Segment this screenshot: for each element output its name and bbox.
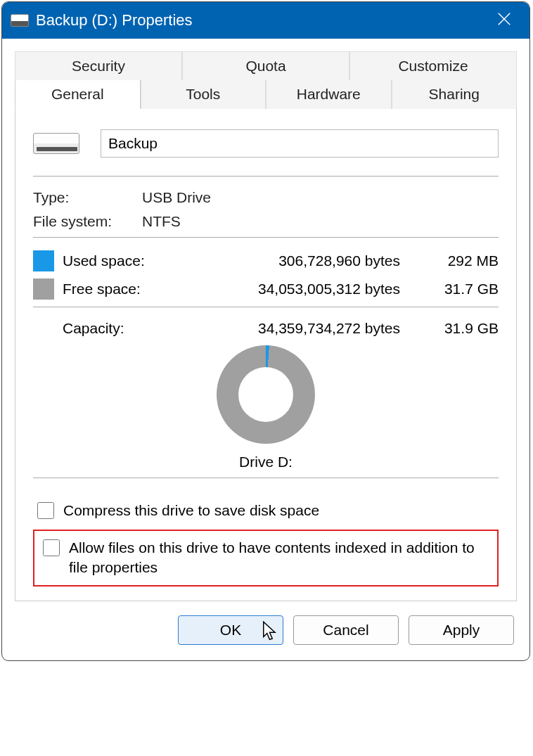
capacity-bytes: 34,359,734,272 bytes: [182, 320, 428, 337]
window-title: Backup (D:) Properties: [36, 11, 487, 30]
separator: [33, 478, 499, 478]
titlebar: Backup (D:) Properties: [2, 2, 529, 39]
used-space-human: 292 MB: [428, 252, 499, 269]
used-space-label: Used space:: [63, 252, 182, 269]
used-space-bytes: 306,728,960 bytes: [182, 252, 428, 269]
separator: [33, 237, 499, 238]
index-checkbox[interactable]: [43, 539, 60, 556]
tabs-row-2: General Tools Hardware Sharing: [15, 80, 517, 109]
drive-name-input[interactable]: [101, 129, 499, 158]
type-row: Type: USB Drive: [33, 189, 499, 206]
separator: [33, 307, 499, 307]
drive-mini-icon: [11, 14, 29, 27]
drive-letter-label: Drive D:: [239, 454, 293, 470]
capacity-label: Capacity:: [33, 320, 182, 337]
dialog-buttons: OK Cancel Apply: [2, 601, 529, 660]
free-swatch-icon: [33, 278, 54, 300]
close-icon: [496, 11, 512, 27]
filesystem-label: File system:: [33, 213, 142, 230]
capacity-row: Capacity: 34,359,734,272 bytes 31.9 GB: [33, 320, 499, 337]
highlighted-option: Allow files on this drive to have conten…: [33, 530, 499, 587]
used-space-row: Used space: 306,728,960 bytes 292 MB: [33, 250, 499, 271]
checkbox-group: Compress this drive to save disk space A…: [33, 498, 499, 587]
space-rows: Used space: 306,728,960 bytes 292 MB Fre…: [33, 250, 499, 300]
tabs-row-1: Security Quota Customize: [15, 51, 517, 80]
usage-chart-wrap: Drive D:: [33, 345, 499, 470]
close-button[interactable]: [487, 11, 521, 30]
index-check-row[interactable]: Allow files on this drive to have conten…: [39, 535, 493, 581]
drive-icon: [33, 133, 79, 154]
tab-general[interactable]: General: [15, 80, 141, 109]
filesystem-row: File system: NTFS: [33, 213, 499, 230]
compress-label: Compress this drive to save disk space: [63, 501, 497, 520]
compress-check-row[interactable]: Compress this drive to save disk space: [33, 498, 499, 524]
free-space-label: Free space:: [63, 281, 182, 297]
tab-customize[interactable]: Customize: [349, 51, 517, 80]
free-space-bytes: 34,053,005,312 bytes: [182, 281, 428, 297]
free-space-human: 31.7 GB: [428, 281, 499, 297]
tab-tools[interactable]: Tools: [141, 80, 266, 109]
used-swatch-icon: [33, 250, 54, 271]
tab-hardware[interactable]: Hardware: [266, 80, 392, 109]
tab-security[interactable]: Security: [15, 51, 182, 80]
free-space-row: Free space: 34,053,005,312 bytes 31.7 GB: [33, 278, 499, 300]
type-label: Type:: [33, 189, 142, 206]
tab-sharing[interactable]: Sharing: [392, 80, 518, 109]
cancel-button[interactable]: Cancel: [293, 615, 399, 645]
drive-name-row: [33, 129, 499, 158]
index-label: Allow files on this drive to have conten…: [69, 538, 492, 578]
compress-checkbox[interactable]: [37, 502, 54, 519]
apply-button[interactable]: Apply: [409, 615, 514, 645]
tab-content-general: Type: USB Drive File system: NTFS Used s…: [15, 108, 517, 601]
filesystem-value: NTFS: [142, 213, 181, 230]
usage-donut-chart: [217, 345, 315, 444]
type-value: USB Drive: [142, 189, 211, 206]
separator: [33, 176, 499, 177]
tabs-area: Security Quota Customize General Tools H…: [2, 39, 529, 601]
ok-button[interactable]: OK: [178, 615, 283, 645]
properties-dialog: Backup (D:) Properties Security Quota Cu…: [1, 1, 530, 661]
capacity-human: 31.9 GB: [428, 320, 499, 337]
tab-quota[interactable]: Quota: [182, 51, 349, 80]
